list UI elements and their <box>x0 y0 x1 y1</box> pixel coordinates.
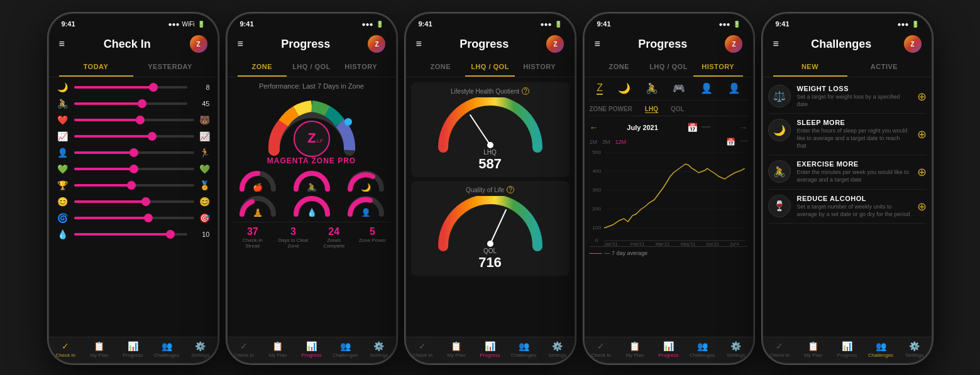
subtab-lhq[interactable]: LHQ <box>645 106 658 113</box>
mood-track[interactable] <box>74 200 194 203</box>
tab-zone-4[interactable]: ZONE <box>595 58 644 77</box>
nav-challenges-4[interactable]: 👥 Challenges <box>685 341 719 358</box>
sleep-icon: 🌙 <box>57 82 69 92</box>
water-track[interactable] <box>74 233 187 236</box>
app-header-5: ≡ Challenges Z <box>763 31 932 58</box>
tab-zone-2[interactable]: ZONE <box>238 58 287 77</box>
checkin-nav-icon: ✓ <box>62 341 69 351</box>
next-month-btn[interactable]: → <box>739 122 747 133</box>
nav-settings-5[interactable]: ⚙️ Settings <box>898 341 932 358</box>
nav-settings-3[interactable]: ⚙️ Settings <box>541 341 575 358</box>
sleep-track[interactable] <box>74 86 187 89</box>
range-12m[interactable]: 12M <box>615 139 627 145</box>
heart-icon: ❤️ <box>57 115 69 125</box>
tab-yesterday[interactable]: YESTERDAY <box>133 58 207 77</box>
alcohol-add-btn[interactable]: ⊕ <box>917 200 927 214</box>
stat-zones: 24 Zones Complete <box>318 226 350 249</box>
menu-icon-3[interactable]: ≡ <box>416 38 422 50</box>
nav-checkin-1[interactable]: ✓ Check In <box>49 341 83 358</box>
heart-track[interactable] <box>74 119 194 121</box>
nav-settings-4[interactable]: ⚙️ Settings <box>719 341 753 358</box>
nav-myplan-1[interactable]: 📋 My Plan <box>82 341 116 358</box>
tab-zone-3[interactable]: ZONE <box>416 58 466 77</box>
nav-challenges-5[interactable]: 👥 Challenges <box>864 341 898 358</box>
tab-new[interactable]: NEW <box>773 58 847 77</box>
nav-challenges-3[interactable]: 👥 Challenges <box>507 341 541 358</box>
nav-settings-2[interactable]: ⚙️ Settings <box>362 341 396 358</box>
nav-progress-1[interactable]: 📊 Progress <box>116 341 150 358</box>
trend-icon-hist[interactable]: 〰 <box>741 138 748 146</box>
avatar-1[interactable]: Z <box>190 35 207 53</box>
menu-icon-4[interactable]: ≡ <box>595 38 600 50</box>
lhq-title: Lifestyle Health Quotient ? <box>451 87 529 95</box>
nav-challenges-1[interactable]: 👥 Challenges <box>150 341 184 358</box>
slider-trend: 📈 📈 <box>57 131 210 141</box>
nav-progress-3[interactable]: 📊 Progress <box>473 341 507 358</box>
avatar-3[interactable]: Z <box>546 35 564 53</box>
app-header-4: ≡ Progress Z <box>585 31 753 58</box>
calendar-icon2[interactable]: 📅 <box>726 138 735 146</box>
hist-icon-person[interactable]: 👤 <box>700 82 713 95</box>
range-1m[interactable]: 1M <box>590 139 598 145</box>
avatar-5[interactable]: Z <box>904 35 922 53</box>
social-track[interactable] <box>74 151 194 154</box>
nav-checkin-5[interactable]: ✓ Check In <box>763 341 797 358</box>
tab-history-2[interactable]: HISTORY <box>336 58 386 77</box>
svg-text:Jul'4: Jul'4 <box>729 242 739 247</box>
hist-icon-moon[interactable]: 🌙 <box>618 82 630 95</box>
nav-progress-2[interactable]: 📊 Progress <box>295 341 329 358</box>
subtab-qol[interactable]: QOL <box>671 106 685 113</box>
page-title-2: Progress <box>281 38 330 51</box>
avatar-2[interactable]: Z <box>368 35 385 53</box>
avatar-4[interactable]: Z <box>725 35 742 53</box>
qol-title: Quality of Life ? <box>466 186 514 193</box>
svg-line-10 <box>470 115 490 145</box>
hist-icon-z[interactable]: Z <box>597 82 603 95</box>
nav-myplan-5[interactable]: 📋 My Plan <box>796 341 830 358</box>
nav-checkin-3[interactable]: ✓ Check In <box>406 341 440 358</box>
nav-challenges-2[interactable]: 👥 Challenges <box>328 341 362 358</box>
prev-month-btn[interactable]: ← <box>590 122 598 133</box>
calendar-icon[interactable]: 📅 <box>687 122 698 133</box>
nav-checkin-4[interactable]: ✓ Check In <box>585 341 619 358</box>
sliders-list: 🌙 8 🚴 45 ❤️ <box>49 77 217 244</box>
nav-myplan-2[interactable]: 📋 My Plan <box>261 341 295 358</box>
tab-lhq-2[interactable]: LHQ / QOL <box>287 58 336 77</box>
hist-icon-bike[interactable]: 🚴 <box>646 82 658 95</box>
hist-icon-person2[interactable]: 👤 <box>728 82 741 95</box>
lhq-content: Lifestyle Health Quotient ? <box>406 77 575 281</box>
tab-lhq-3[interactable]: LHQ / QOL <box>465 58 515 77</box>
trend-track[interactable] <box>74 135 194 138</box>
nav-settings-1[interactable]: ⚙️ Settings <box>184 341 217 358</box>
exercise-add-btn[interactable]: ⊕ <box>917 165 927 179</box>
tab-active[interactable]: ACTIVE <box>847 58 922 77</box>
menu-icon-1[interactable]: ≡ <box>59 38 65 50</box>
menu-icon-2[interactable]: ≡ <box>238 38 243 50</box>
hist-icon-game[interactable]: 🎮 <box>673 82 685 95</box>
nav-myplan-4[interactable]: 📋 My Plan <box>618 341 652 358</box>
tab-lhq-4[interactable]: LHQ / QOL <box>644 58 693 77</box>
sleep-add-btn[interactable]: ⊕ <box>917 128 927 141</box>
mood-display: 😊 <box>199 197 210 207</box>
help-icon-lhq[interactable]: ? <box>522 87 529 95</box>
nav-progress-5[interactable]: 📊 Progress <box>830 341 864 358</box>
nav-checkin-2[interactable]: ✓ Check In <box>228 341 262 358</box>
tab-history-3[interactable]: HISTORY <box>515 58 564 77</box>
slider-wellness: 💚 💚 <box>57 164 210 174</box>
help-icon-qol[interactable]: ? <box>507 186 514 193</box>
tab-today[interactable]: TODAY <box>59 58 133 77</box>
weightloss-add-btn[interactable]: ⊕ <box>917 90 927 104</box>
focus-track[interactable] <box>74 217 194 219</box>
svg-text:Z: Z <box>307 130 316 146</box>
chart-type-icon[interactable]: 〰 <box>702 122 710 133</box>
wellness-track[interactable] <box>74 168 194 170</box>
trophy-track[interactable] <box>74 184 194 187</box>
tab-history-4[interactable]: HISTORY <box>693 58 743 77</box>
zone-content: Performance: Last 7 Days in Zone <box>228 77 396 254</box>
menu-icon-5[interactable]: ≡ <box>773 38 779 50</box>
exercise-track[interactable] <box>74 102 187 105</box>
range-3m[interactable]: 3M <box>602 139 610 145</box>
nav-progress-4[interactable]: 📊 Progress <box>652 341 686 358</box>
subtab-zonepower[interactable]: ZONE POWER <box>590 106 632 113</box>
nav-myplan-3[interactable]: 📋 My Plan <box>439 341 473 358</box>
